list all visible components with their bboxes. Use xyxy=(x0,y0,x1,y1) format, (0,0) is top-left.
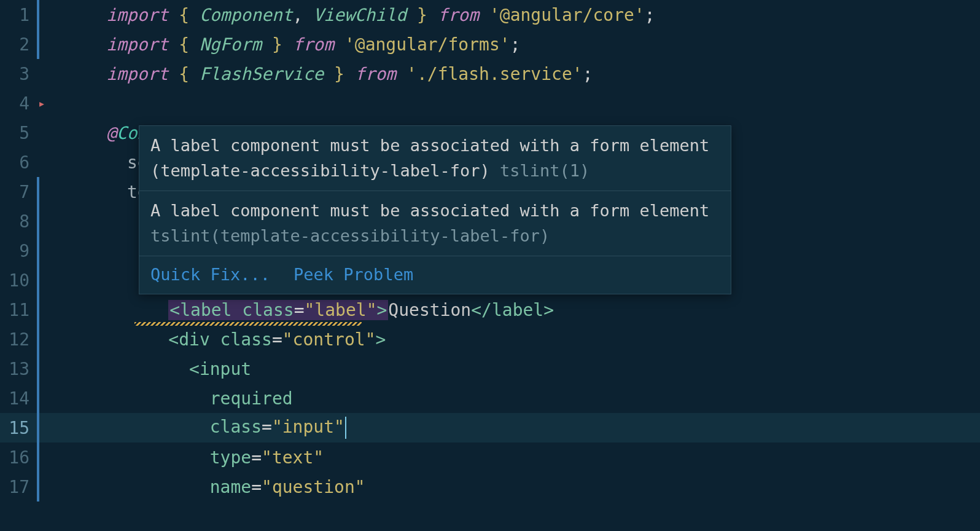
popup-message: A label component must be associated wit… xyxy=(139,126,731,191)
line-number: 11 xyxy=(0,300,37,320)
gutter-modified-indicator xyxy=(37,0,39,30)
line-number: 2 xyxy=(0,34,37,55)
popup-rule-code: tslint(template-accessibility-label-for) xyxy=(150,226,550,245)
gutter-modified-indicator xyxy=(37,30,39,59)
code-line[interactable]: 3 import { FlashService } from './flash.… xyxy=(0,59,980,88)
line-number: 5 xyxy=(0,123,37,143)
gutter-modified-indicator xyxy=(37,472,39,502)
popup-message: A label component must be associated wit… xyxy=(139,191,731,256)
code-line[interactable]: 17 name="question" xyxy=(0,472,980,502)
line-number: 15 xyxy=(0,418,37,438)
line-number: 16 xyxy=(0,447,37,468)
code-editor[interactable]: 1 import { Component, ViewChild } from '… xyxy=(0,0,980,531)
popup-rule-code: tslint(1) xyxy=(500,161,589,180)
gutter-modified-indicator xyxy=(37,177,39,206)
line-number: 13 xyxy=(0,359,37,379)
line-number: 17 xyxy=(0,477,37,497)
gutter-modified-indicator xyxy=(37,206,39,236)
popup-message-text: A label component must be associated wit… xyxy=(150,201,709,220)
gutter-modified-indicator xyxy=(37,413,39,442)
gutter-strip xyxy=(37,59,39,88)
line-number: 6 xyxy=(0,152,37,173)
peek-problem-action[interactable]: Peek Problem xyxy=(294,262,413,288)
gutter-strip xyxy=(37,118,39,148)
quick-fix-action[interactable]: Quick Fix... xyxy=(150,262,270,288)
code-content: name="question" xyxy=(44,457,365,517)
text-cursor xyxy=(345,417,346,439)
gutter-modified-indicator xyxy=(37,384,39,413)
problem-hover-popup: A label component must be associated wit… xyxy=(139,125,731,294)
gutter-modified-indicator xyxy=(37,442,39,472)
line-number: 1 xyxy=(0,5,37,25)
line-number: 7 xyxy=(0,182,37,202)
gutter-modified-indicator xyxy=(37,324,39,354)
gutter-modified-indicator xyxy=(37,236,39,266)
line-number: 10 xyxy=(0,270,37,291)
line-number: 14 xyxy=(0,388,37,409)
gutter-modified-indicator xyxy=(37,295,39,324)
line-number: 8 xyxy=(0,211,37,232)
line-number: 9 xyxy=(0,241,37,261)
popup-actions-row: Quick Fix... Peek Problem xyxy=(139,256,731,294)
line-number: 3 xyxy=(0,64,37,84)
line-number: 4 xyxy=(0,93,37,114)
popup-message-text: A label component must be associated wit… xyxy=(150,136,709,180)
line-number: 12 xyxy=(0,329,37,350)
gutter-modified-indicator xyxy=(37,354,39,384)
gutter-modified-indicator xyxy=(37,266,39,295)
gutter-strip xyxy=(37,148,39,177)
